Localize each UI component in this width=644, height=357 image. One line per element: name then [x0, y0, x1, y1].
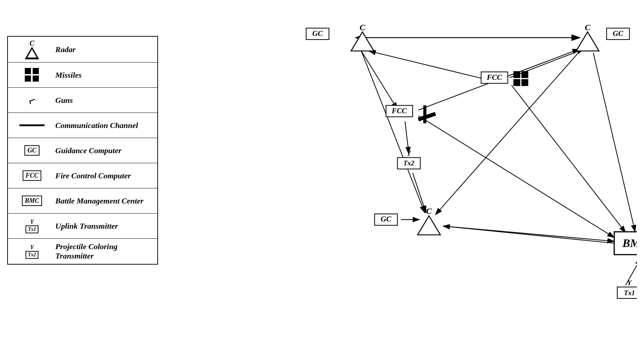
tx2-label: Projectile Coloring Transmitter [52, 242, 153, 261]
legend-row-comm: Communication Channel [8, 113, 157, 138]
svg-rect-3 [522, 71, 528, 78]
gun-barrel [418, 114, 436, 119]
tx1-y-label: Y [627, 279, 633, 287]
legend-row-guns: ⌐ Guns [8, 88, 157, 113]
fcc-left-to-bmc [418, 116, 614, 238]
gc-symbol: GC [12, 145, 52, 156]
legend-row-bmc: BMC Battle Management Center [8, 188, 157, 214]
diagram: GC C C GC FCC FCC Y [158, 7, 637, 350]
main-container: C Radar Missiles ⌐ Guns [0, 0, 644, 357]
legend-row-tx2: Y Tx2 Projectile Coloring Transmitter [8, 239, 157, 264]
radar-tl-to-fcc-left [361, 51, 398, 109]
fcc-right-to-radar-tl [369, 51, 494, 82]
comm-label: Communication Channel [52, 121, 138, 130]
radar-tr-to-bmc [593, 53, 635, 232]
gc-bottom-label: GC [381, 215, 392, 223]
guns-symbol: ⌐ [12, 93, 52, 108]
bmc-to-radar-bottom [443, 226, 615, 243]
gc-label: Guidance Computer [52, 146, 121, 155]
legend-row-radar: C Radar [8, 37, 157, 63]
missiles-symbol [12, 68, 52, 82]
tx1-label: Uplink Transmitter [52, 221, 118, 231]
fcc-to-tx2 [405, 122, 409, 154]
fcc-right-to-bmc [511, 85, 626, 233]
fcc-right-label: FCC [486, 73, 502, 82]
radar-tl-c: C [360, 23, 365, 32]
svg-rect-4 [513, 79, 520, 86]
radar-tl-to-radar-bottom [361, 51, 425, 213]
guns-label: Guns [52, 96, 73, 105]
tx1-symbol: Y Tx1 [12, 219, 52, 233]
bmc-symbol: BMC [12, 196, 52, 206]
radar-tr-triangle [576, 32, 599, 51]
legend-row-tx1: Y Tx1 Uplink Transmitter [8, 214, 157, 239]
diagram-svg: GC C C GC FCC FCC Y [158, 7, 637, 350]
fcc-label: Fire Control Computer [52, 171, 131, 180]
tx2-to-radar-bottom [413, 173, 426, 213]
radar-bottom-triangle [418, 216, 441, 235]
fcc-symbol: FCC [12, 170, 52, 181]
gc-top-right-label: GC [613, 29, 624, 38]
gc-top-left-label: GC [312, 29, 323, 38]
tx2-label: Tx2 [403, 159, 414, 167]
legend: C Radar Missiles ⌐ Guns [7, 36, 158, 265]
radar-tl-triangle [351, 32, 374, 51]
bmc-label: BMC [622, 237, 637, 250]
radar-bottom-c: C [426, 206, 432, 216]
tx2-symbol: Y Tx2 [12, 244, 52, 259]
legend-row-gc: GC Guidance Computer [8, 138, 157, 163]
tx2-y-label: Y [407, 150, 412, 157]
legend-row-missiles: Missiles [8, 63, 157, 88]
missiles-label: Missiles [52, 70, 82, 80]
svg-rect-5 [522, 79, 528, 86]
tx1-label: Tx1 [624, 289, 635, 297]
legend-row-fcc: FCC Fire Control Computer [8, 163, 157, 188]
radar-symbol: C [12, 40, 52, 59]
fcc-right-to-radar-tr [510, 49, 584, 77]
fcc-left-label: FCC [392, 106, 407, 115]
radar-tr-c: C [585, 23, 590, 32]
radar-label: Radar [52, 45, 75, 54]
svg-rect-2 [513, 71, 520, 78]
comm-symbol [12, 124, 52, 126]
bmc-label: Battle Management Center [52, 196, 144, 206]
